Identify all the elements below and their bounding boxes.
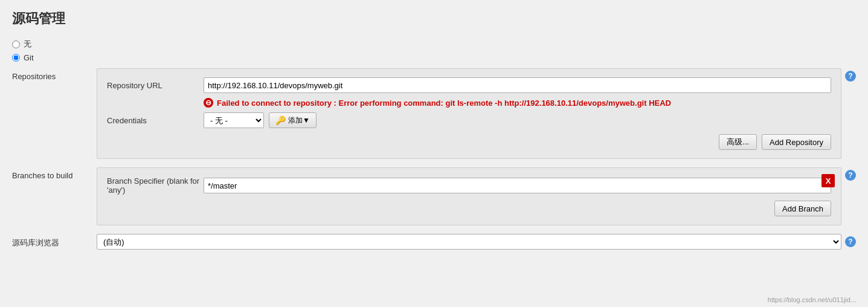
page-container: 源码管理 无 Git Repositories Repository URL	[0, 0, 868, 268]
radio-git-input[interactable]	[12, 54, 20, 62]
branch-specifier-input[interactable]	[204, 178, 831, 193]
source-browser-section: 源码库浏览器 (自动) ?	[12, 234, 856, 250]
repositories-help-icon[interactable]: ?	[845, 71, 856, 82]
repositories-label: Repositories	[12, 68, 97, 81]
key-icon: 🔑	[275, 115, 286, 125]
branches-help-icon[interactable]: ?	[845, 170, 856, 181]
radio-git-label[interactable]: Git	[24, 53, 34, 62]
branch-specifier-label: Branch Specifier (blank for 'any')	[107, 176, 204, 195]
scm-radio-group: 无 Git	[12, 39, 856, 62]
error-icon: ⊖	[204, 98, 213, 108]
repo-action-buttons: 高级... Add Repository	[107, 134, 831, 150]
source-browser-label: 源码库浏览器	[12, 234, 97, 248]
source-browser-help-col: ?	[845, 234, 856, 247]
branches-help-col: ?	[845, 167, 856, 181]
watermark: https://blog.csdn.net/u011jid...	[768, 296, 856, 303]
branches-section: Branches to build X Branch Specifier (bl…	[12, 167, 856, 225]
credentials-controls: - 无 - 🔑 添加▼	[204, 112, 317, 128]
branches-config-box: X Branch Specifier (blank for 'any') Add…	[97, 167, 841, 225]
repo-url-row: Repository URL	[107, 77, 831, 93]
add-repository-button[interactable]: Add Repository	[762, 134, 831, 150]
page-title: 源码管理	[12, 10, 856, 28]
repositories-content-wrapper: Repository URL ⊖ Failed to connect to re…	[97, 68, 856, 159]
radio-none-label[interactable]: 无	[24, 39, 31, 50]
repositories-config-box: Repository URL ⊖ Failed to connect to re…	[97, 68, 841, 159]
radio-none: 无	[12, 39, 856, 50]
repo-url-input[interactable]	[204, 77, 831, 93]
branches-content-wrapper: X Branch Specifier (blank for 'any') Add…	[97, 167, 856, 225]
repo-url-label: Repository URL	[107, 81, 204, 90]
delete-branch-button[interactable]: X	[821, 174, 835, 187]
error-text: Failed to connect to repository : Error …	[217, 99, 671, 108]
repositories-section: Repositories Repository URL ⊖ Failed to …	[12, 68, 856, 159]
branches-config-area: X Branch Specifier (blank for 'any') Add…	[97, 167, 841, 225]
add-credentials-label: 添加▼	[288, 115, 310, 126]
add-branch-button[interactable]: Add Branch	[774, 201, 831, 216]
radio-none-input[interactable]	[12, 40, 20, 48]
radio-git: Git	[12, 53, 856, 62]
repositories-config-area: Repository URL ⊖ Failed to connect to re…	[97, 68, 841, 159]
branch-action-buttons: Add Branch	[107, 201, 831, 216]
source-browser-select[interactable]: (自动)	[97, 234, 841, 250]
source-browser-content: (自动)	[97, 234, 841, 250]
source-browser-row: (自动)	[97, 234, 841, 250]
branches-label: Branches to build	[12, 167, 97, 180]
source-browser-help-icon[interactable]: ?	[845, 236, 856, 247]
add-credentials-button[interactable]: 🔑 添加▼	[269, 112, 317, 128]
error-message-row: ⊖ Failed to connect to repository : Erro…	[204, 98, 831, 108]
credentials-select[interactable]: - 无 -	[204, 112, 264, 128]
branch-specifier-row: Branch Specifier (blank for 'any')	[107, 176, 831, 195]
credentials-label: Credentials	[107, 116, 204, 125]
credentials-row: Credentials - 无 - 🔑 添加▼	[107, 112, 831, 128]
advanced-button[interactable]: 高级...	[719, 134, 757, 150]
repositories-help-col: ?	[845, 68, 856, 82]
source-browser-content-wrapper: (自动) ?	[97, 234, 856, 250]
